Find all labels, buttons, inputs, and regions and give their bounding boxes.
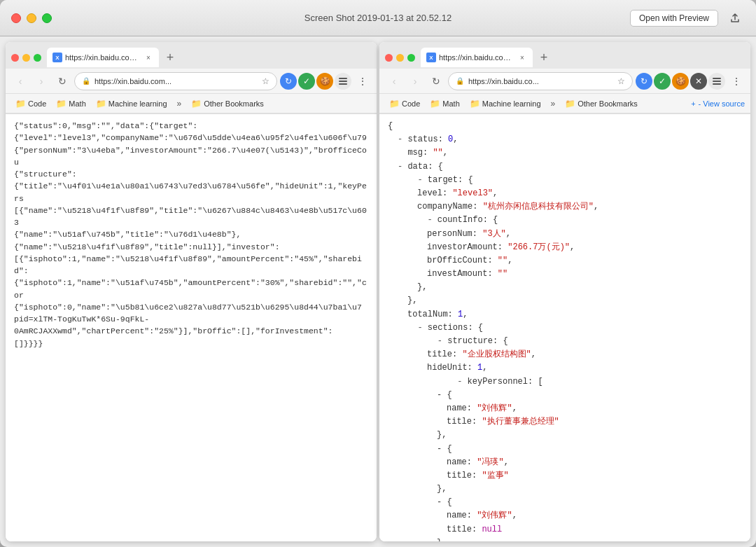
- right-browser-max[interactable]: [407, 54, 415, 62]
- left-bookmark-code[interactable]: 📁 Code: [11, 97, 50, 110]
- json-line: hideUnit: 1,: [388, 361, 742, 375]
- left-address-bar[interactable]: 🔒 https://xin.baidu.com... ☆: [74, 72, 277, 90]
- right-ml-folder-icon: 📁: [470, 99, 480, 109]
- right-star-icon[interactable]: ☆: [617, 76, 625, 86]
- left-browser-min[interactable]: [22, 54, 30, 62]
- left-nav-bar: ‹ › ↻ 🔒 https://xin.baidu.com... ☆ ↻ ✓ 🍪: [6, 69, 377, 94]
- right-new-tab-button[interactable]: +: [536, 49, 552, 66]
- left-forward-button[interactable]: ›: [32, 72, 50, 90]
- json-line: {: [388, 120, 742, 133]
- svg-rect-0: [339, 78, 347, 79]
- svg-rect-1: [339, 81, 347, 82]
- left-tab[interactable]: X https://xin.baidu.com/detail/da... ×: [47, 48, 159, 67]
- left-tab-title: https://xin.baidu.com/detail/da...: [65, 53, 141, 62]
- minimize-button[interactable]: [27, 13, 36, 23]
- json-line: - structure: {: [388, 335, 742, 348]
- json-line: - target: {: [388, 174, 742, 187]
- right-nav-icon-orange[interactable]: 🍪: [672, 73, 689, 90]
- right-tab-bar: X https://xin.baidu.com/detail/da... × +: [379, 42, 750, 69]
- share-icon[interactable]: [725, 8, 745, 28]
- plus-icon: +: [691, 99, 695, 108]
- left-address-text: https://xin.baidu.com...: [94, 77, 258, 85]
- right-reload-button[interactable]: ↻: [427, 72, 445, 90]
- json-line: level: "level3",: [388, 187, 742, 200]
- right-tab[interactable]: X https://xin.baidu.com/detail/da... ×: [421, 48, 533, 67]
- json-viewer: { - status: 0, msg: "", - data: { - targ…: [379, 114, 750, 541]
- json-line: - {: [388, 496, 742, 509]
- right-bookmark-math[interactable]: 📁 Math: [426, 97, 463, 110]
- right-nav-icon-blue[interactable]: ↻: [636, 73, 652, 90]
- json-line: name: "刘伟辉",: [388, 509, 742, 522]
- right-nav-icon-gray[interactable]: [708, 73, 725, 90]
- json-line: name: "刘伟辉",: [388, 402, 742, 415]
- left-browser-max[interactable]: [34, 54, 41, 62]
- json-line: title: "企业股权结构图",: [388, 348, 742, 361]
- left-nav-icon-green[interactable]: ✓: [298, 73, 315, 90]
- json-line: - {: [388, 389, 742, 402]
- left-nav-extra-icons: ↻ ✓ 🍪: [280, 73, 351, 90]
- left-nav-icon-orange[interactable]: 🍪: [316, 73, 333, 90]
- title-bar-actions: Open with Preview: [630, 8, 745, 28]
- maximize-button[interactable]: [42, 13, 52, 23]
- right-nav-menu-button[interactable]: ⋮: [728, 73, 745, 90]
- right-forward-button[interactable]: ›: [406, 72, 424, 90]
- left-other-folder-icon: 📁: [191, 99, 202, 109]
- view-source-link[interactable]: - View source: [699, 99, 745, 108]
- left-nav-icon-gray[interactable]: [335, 73, 351, 90]
- left-bookmarks-bar: 📁 Code 📁 Math 📁 Machine learning » 📁: [6, 94, 377, 113]
- json-line: - sections: {: [388, 321, 742, 335]
- json-line: },: [388, 281, 742, 294]
- json-line: - {: [388, 443, 742, 456]
- right-tab-close[interactable]: ×: [517, 53, 527, 62]
- left-browser-close[interactable]: [11, 54, 19, 62]
- json-line: title: "执行董事兼总经理": [388, 415, 742, 429]
- right-bookmark-other-label: Other Bookmarks: [578, 99, 638, 108]
- right-nav-icon-green[interactable]: ✓: [654, 73, 671, 90]
- right-code-folder-icon: 📁: [389, 99, 400, 109]
- json-line: totalNum: 1,: [388, 308, 742, 321]
- right-browser: X https://xin.baidu.com/detail/da... × +…: [379, 42, 750, 541]
- json-line: - keyPersonnel: [: [388, 375, 742, 389]
- json-line: },: [388, 294, 742, 307]
- svg-rect-4: [713, 81, 721, 82]
- right-nav-icon-dark[interactable]: ✕: [690, 73, 707, 90]
- right-math-folder-icon: 📁: [430, 99, 440, 109]
- json-line: companyName: "杭州亦闲信息科技有限公司",: [388, 200, 742, 214]
- left-bookmark-math[interactable]: 📁 Math: [52, 97, 90, 110]
- json-line: msg: "",: [388, 146, 742, 160]
- right-address-text: https://xin.baidu.co...: [468, 77, 613, 85]
- left-nav-menu-button[interactable]: ⋮: [354, 73, 371, 90]
- right-back-button[interactable]: ‹: [385, 72, 403, 90]
- right-bookmark-ml-label: Machine learning: [482, 99, 541, 108]
- right-bookmark-code-label: Code: [402, 99, 420, 108]
- right-bookmark-code[interactable]: 📁 Code: [385, 97, 424, 110]
- right-bookmark-other[interactable]: 📁 Other Bookmarks: [561, 97, 642, 110]
- left-bookmark-code-label: Code: [28, 99, 46, 108]
- right-bookmarks-bar: 📁 Code 📁 Math 📁 Machine learning » 📁: [379, 94, 750, 113]
- left-browser: X https://xin.baidu.com/detail/da... × +…: [6, 42, 377, 541]
- right-address-bar[interactable]: 🔒 https://xin.baidu.co... ☆: [448, 72, 633, 90]
- svg-rect-5: [713, 83, 721, 85]
- left-nav-icon-blue[interactable]: ↻: [280, 73, 297, 90]
- right-browser-min[interactable]: [396, 54, 404, 62]
- open-with-preview-button[interactable]: Open with Preview: [630, 10, 718, 27]
- right-nav-bar: ‹ › ↻ 🔒 https://xin.baidu.co... ☆ ↻ ✓ 🍪 …: [379, 69, 750, 94]
- left-bookmarks-more[interactable]: »: [173, 97, 186, 110]
- left-math-folder-icon: 📁: [56, 99, 66, 109]
- left-bookmark-other[interactable]: 📁 Other Bookmarks: [187, 97, 268, 110]
- left-star-icon[interactable]: ☆: [262, 76, 270, 86]
- left-new-tab-button[interactable]: +: [162, 49, 178, 66]
- right-bookmark-ml[interactable]: 📁 Machine learning: [465, 97, 545, 110]
- right-bookmarks-more[interactable]: »: [547, 97, 560, 110]
- left-tab-close[interactable]: ×: [144, 53, 153, 62]
- left-reload-button[interactable]: ↻: [53, 72, 71, 90]
- right-browser-content: { - status: 0, msg: "", - data: { - targ…: [379, 114, 750, 541]
- json-line: investAmount: "": [388, 268, 742, 281]
- right-browser-close[interactable]: [385, 54, 393, 62]
- left-bookmark-math-label: Math: [69, 99, 85, 108]
- left-back-button[interactable]: ‹: [11, 72, 29, 90]
- close-button[interactable]: [11, 13, 21, 23]
- left-bookmark-ml-label: Machine learning: [108, 99, 167, 108]
- left-browser-content: {"status":0,"msg":"","data":{"target": {…: [6, 114, 377, 541]
- left-bookmark-ml[interactable]: 📁 Machine learning: [92, 97, 172, 110]
